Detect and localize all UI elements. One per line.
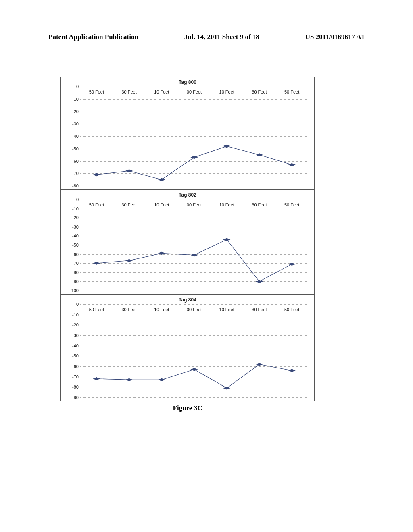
y-tick-label: -60 [65,252,79,257]
data-point [257,364,261,365]
y-tick-label: -50 [65,353,79,358]
figure-caption: Figure 3C [60,404,315,412]
chart-tag-800: Tag 800 0-10-20-30-40-50-60-70-8050 Feet… [60,77,315,189]
data-point [225,387,229,389]
data-point [127,379,131,380]
y-tick-label: -80 [65,384,79,389]
data-point [290,370,294,371]
y-tick-label: -20 [65,215,79,220]
data-point [127,260,131,261]
data-point [225,239,229,240]
plot-area: 0-10-20-30-40-50-60-70-80-9050 Feet30 Fe… [80,304,308,397]
gridline [80,291,308,291]
data-point [290,164,294,166]
y-tick-label: -40 [65,343,79,348]
data-point [94,174,98,175]
y-tick-label: -30 [65,224,79,229]
y-tick-label: -50 [65,146,79,151]
figure-3c: Tag 800 0-10-20-30-40-50-60-70-8050 Feet… [60,77,315,412]
gridline [80,397,308,398]
data-point [127,170,131,172]
y-tick-label: -60 [65,364,79,369]
y-tick-label: -40 [65,134,79,139]
chart-title: Tag 800 [61,77,314,86]
y-tick-label: -70 [65,374,79,379]
data-point [94,262,98,264]
header-left: Patent Application Publication [48,33,138,41]
y-tick-label: -30 [65,121,79,126]
plot-area: 0-10-20-30-40-50-60-70-8050 Feet30 Feet1… [80,87,308,186]
y-tick-label: 0 [65,197,79,202]
data-point [160,179,164,180]
data-point [192,254,196,256]
header-center: Jul. 14, 2011 Sheet 9 of 18 [184,33,259,41]
y-tick-label: -30 [65,333,79,338]
chart-tag-804: Tag 804 0-10-20-30-40-50-60-70-80-9050 F… [60,294,315,401]
y-tick-label: -40 [65,233,79,238]
data-point [225,145,229,147]
chart-title: Tag 804 [61,295,314,303]
header-right: US 2011/0169617 A1 [305,33,365,41]
y-tick-label: -70 [65,171,79,176]
chart-tag-802: Tag 802 0-10-20-30-40-50-60-70-80-90-100… [60,189,315,294]
data-point [192,156,196,158]
y-tick-label: -80 [65,183,79,188]
data-point [257,281,261,282]
y-tick-label: -90 [65,395,79,400]
y-tick-label: -10 [65,97,79,102]
data-point [290,263,294,265]
plot-area: 0-10-20-30-40-50-60-70-80-90-10050 Feet3… [80,200,308,291]
data-point [192,369,196,370]
y-tick-label: -80 [65,270,79,275]
data-series [80,200,308,291]
chart-title: Tag 802 [61,190,314,199]
y-tick-label: 0 [65,84,79,89]
y-tick-label: -90 [65,279,79,284]
gridline [80,186,308,186]
y-tick-label: -10 [65,312,79,317]
y-tick-label: -50 [65,243,79,247]
data-point [160,379,164,380]
y-tick-label: 0 [65,302,79,307]
data-series [80,304,308,397]
y-tick-label: -10 [65,206,79,211]
y-tick-label: -20 [65,322,79,327]
y-tick-label: -70 [65,261,79,266]
data-series [80,87,308,186]
y-tick-label: -20 [65,109,79,114]
data-point [94,378,98,380]
page-header: Patent Application Publication Jul. 14, … [0,33,413,41]
y-tick-label: -100 [65,288,79,293]
data-point [160,252,164,254]
data-point [257,154,261,156]
y-tick-label: -60 [65,159,79,164]
